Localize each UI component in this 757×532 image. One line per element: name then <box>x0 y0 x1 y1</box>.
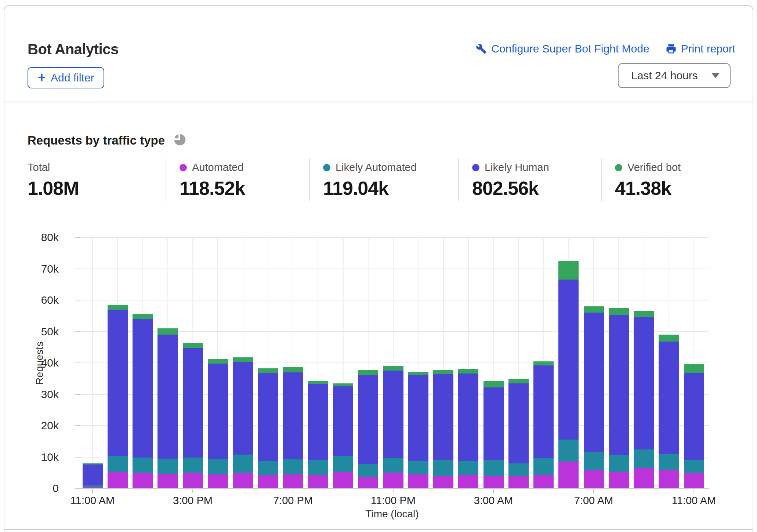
bar-segment-likely-automated <box>684 460 704 473</box>
stat-total-value: 1.08M <box>28 177 79 199</box>
bar-segment-likely-human <box>383 371 403 458</box>
bar-segment-verified-bot <box>157 328 178 335</box>
bar-segment-automated <box>157 474 178 488</box>
bar-segment-automated <box>133 473 153 488</box>
bar-segment-automated <box>408 474 428 488</box>
y-tick-label: 30k <box>19 388 59 401</box>
x-tick <box>293 489 293 493</box>
bar-segment-verified-bot <box>483 381 504 387</box>
x-tick <box>693 489 694 493</box>
bar-segment-likely-automated <box>609 455 629 472</box>
bar-segment-likely-human <box>408 375 428 461</box>
x-tick <box>593 489 594 493</box>
bar-segment-likely-automated <box>358 464 378 477</box>
bar-segment-likely-automated <box>208 459 228 474</box>
bar-segment-verified-bot <box>233 357 253 362</box>
bar-800pm <box>308 381 328 488</box>
bar-segment-verified-bot <box>258 368 278 373</box>
card-header: Bot Analytics Configure Super Bot Fight … <box>4 6 753 102</box>
x-tick <box>192 489 193 493</box>
bar-600pm <box>258 368 278 488</box>
stat-verified-bot-value: 41.38k <box>615 177 681 199</box>
y-tick-label: 0 <box>19 482 59 495</box>
header-links: Configure Super Bot Fight Mode Print rep… <box>476 43 735 55</box>
bar-1000am <box>659 335 679 488</box>
bar-segment-automated <box>358 477 378 488</box>
bar-segment-automated <box>333 472 353 488</box>
bar-segment-verified-bot <box>408 372 428 375</box>
bar-segment-verified-bot <box>133 314 153 319</box>
bar-segment-verified-bot <box>558 261 579 280</box>
bar-500pm <box>233 357 253 488</box>
bar-1100am <box>83 463 103 488</box>
bar-segment-likely-human <box>508 383 529 463</box>
bar-segment-likely-human <box>183 348 203 458</box>
bar-800am <box>609 308 629 488</box>
bar-1100pm <box>383 366 403 488</box>
y-tick-label: 20k <box>19 419 59 432</box>
bar-300pm <box>183 343 203 488</box>
bar-700pm <box>283 367 303 488</box>
bar-segment-likely-human <box>659 342 679 454</box>
stat-divider <box>309 158 310 201</box>
chevron-down-icon <box>711 73 720 78</box>
bar-400pm <box>208 359 228 488</box>
time-range-select[interactable]: Last 24 hours <box>618 63 731 88</box>
stat-total: Total 1.08M <box>28 161 79 199</box>
bar-segment-likely-automated <box>533 458 554 475</box>
x-tick-label: 7:00 AM <box>561 495 627 507</box>
bar-segment-verified-bot <box>208 359 228 364</box>
bar-segment-automated <box>483 476 504 488</box>
horizontal-gridline <box>75 269 709 269</box>
bar-600am <box>558 261 579 488</box>
bar-segment-likely-automated <box>283 459 303 474</box>
bot-analytics-card: Bot Analytics Configure Super Bot Fight … <box>4 5 753 532</box>
bar-segment-verified-bot <box>458 369 478 374</box>
configure-super-bot-fight-mode-link[interactable]: Configure Super Bot Fight Mode <box>476 43 649 55</box>
bar-segment-automated <box>558 462 579 488</box>
bar-segment-likely-automated <box>433 460 453 476</box>
x-tick <box>92 489 93 493</box>
bar-segment-likely-automated <box>308 460 328 475</box>
y-tick-label: 10k <box>19 451 59 463</box>
stat-automated-value: 118.52k <box>180 177 245 199</box>
stat-automated: Automated 118.52k <box>180 161 245 199</box>
bar-segment-automated <box>634 468 654 488</box>
bar-segment-likely-human <box>157 335 178 459</box>
wrench-icon <box>476 43 487 54</box>
time-range-value: Last 24 hours <box>631 69 698 82</box>
likely-human-legend-dot <box>472 164 479 171</box>
verified-bot-legend-dot <box>615 164 622 171</box>
bar-segment-likely-automated <box>508 463 529 475</box>
stat-likely-human: Likely Human 802.56k <box>472 161 549 199</box>
stat-likely-automated-value: 119.04k <box>323 177 417 199</box>
bar-segment-likely-human <box>558 280 579 440</box>
bar-1100am <box>684 364 704 488</box>
print-report-link[interactable]: Print report <box>666 43 735 55</box>
bar-segment-automated <box>684 473 704 488</box>
bar-900pm <box>333 383 353 488</box>
bar-segment-automated <box>208 474 228 488</box>
x-tick <box>493 489 494 493</box>
horizontal-gridline <box>75 237 709 238</box>
likely-automated-legend-dot <box>323 164 330 171</box>
bar-segment-likely-human <box>433 374 453 460</box>
stat-likely-human-value: 802.56k <box>472 177 549 199</box>
bar-segment-verified-bot <box>609 308 629 315</box>
bar-segment-likely-automated <box>157 459 178 474</box>
bar-segment-automated <box>533 475 554 488</box>
section-divider <box>4 529 753 530</box>
add-filter-button[interactable]: + Add filter <box>28 67 104 88</box>
bar-segment-likely-human <box>308 384 328 460</box>
bar-segment-likely-human <box>83 464 103 485</box>
stat-automated-label: Automated <box>192 161 243 174</box>
bar-segment-likely-human <box>283 372 303 459</box>
bar-segment-likely-automated <box>233 455 253 473</box>
bar-segment-likely-human <box>258 373 278 460</box>
page-title: Bot Analytics <box>28 41 119 58</box>
bar-segment-verified-bot <box>508 379 529 383</box>
bar-segment-likely-human <box>584 313 604 452</box>
bar-segment-verified-bot <box>283 367 303 372</box>
bar-segment-likely-automated <box>584 452 604 470</box>
bar-segment-verified-bot <box>684 364 704 373</box>
